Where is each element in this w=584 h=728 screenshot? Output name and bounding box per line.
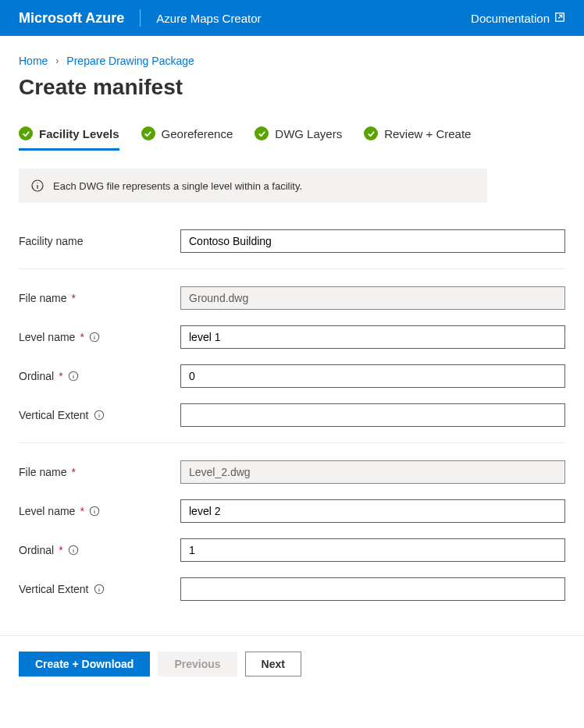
tab-georeference[interactable]: Georeference: [141, 122, 233, 151]
page-title: Create manifest: [19, 75, 565, 100]
tab-facility-levels[interactable]: Facility Levels: [19, 122, 119, 151]
external-link-icon: [554, 12, 565, 25]
file-name-input: [180, 286, 565, 310]
info-icon[interactable]: [94, 584, 105, 595]
info-icon[interactable]: [89, 506, 100, 517]
svg-point-6: [94, 335, 94, 336]
row-vertical-extent: Vertical Extent: [19, 577, 565, 601]
info-icon[interactable]: [89, 332, 100, 343]
svg-point-18: [73, 548, 73, 549]
tab-label: Facility Levels: [39, 127, 119, 140]
main-content: Home › Prepare Drawing Package Create ma…: [0, 36, 584, 635]
ordinal-input[interactable]: [180, 364, 565, 388]
ordinal-input[interactable]: [180, 538, 565, 562]
label-file-name: File name *: [19, 466, 180, 478]
documentation-label: Documentation: [471, 12, 550, 25]
info-icon[interactable]: [68, 371, 79, 382]
documentation-link[interactable]: Documentation: [471, 12, 565, 25]
row-level-name: Level name *: [19, 499, 565, 523]
required-asterisk: *: [71, 292, 75, 304]
label-ordinal: Ordinal *: [19, 544, 180, 556]
svg-point-12: [98, 413, 99, 414]
info-banner: Each DWG file represents a single level …: [19, 169, 487, 203]
label-vertical-extent: Vertical Extent: [19, 409, 180, 421]
required-asterisk: *: [59, 370, 62, 382]
brand-separator: [140, 9, 141, 27]
label-facility-name: Facility name: [19, 235, 180, 247]
breadcrumb: Home › Prepare Drawing Package: [19, 55, 565, 67]
tab-dwg-layers[interactable]: DWG Layers: [255, 122, 342, 151]
svg-point-9: [73, 374, 73, 375]
file-name-input: [180, 460, 565, 484]
label-level-name: Level name *: [19, 331, 180, 343]
info-icon[interactable]: [94, 410, 105, 421]
create-download-button[interactable]: Create + Download: [19, 652, 150, 677]
label-level-name: Level name *: [19, 505, 180, 517]
tab-review-create[interactable]: Review + Create: [364, 122, 471, 151]
row-level-name: Level name *: [19, 325, 565, 349]
info-icon[interactable]: [68, 545, 79, 556]
next-button[interactable]: Next: [245, 652, 301, 677]
separator: [19, 442, 565, 443]
label-file-name: File name *: [19, 292, 180, 304]
vertical-extent-input[interactable]: [180, 577, 565, 601]
separator: [19, 268, 565, 269]
svg-point-21: [98, 587, 99, 588]
info-text: Each DWG file represents a single level …: [53, 180, 302, 192]
brand-label: Microsoft Azure: [19, 10, 124, 27]
check-circle-icon: [141, 126, 155, 140]
check-circle-icon: [255, 126, 269, 140]
level-name-input[interactable]: [180, 325, 565, 349]
row-ordinal: Ordinal *: [19, 538, 565, 562]
tab-label: DWG Layers: [275, 127, 342, 140]
breadcrumb-step[interactable]: Prepare Drawing Package: [66, 55, 194, 67]
svg-point-15: [94, 509, 94, 510]
row-file-name: File name *: [19, 460, 565, 484]
label-vertical-extent: Vertical Extent: [19, 583, 180, 595]
tab-label: Georeference: [162, 127, 233, 140]
required-asterisk: *: [71, 466, 75, 478]
top-header: Microsoft Azure Azure Maps Creator Docum…: [0, 0, 584, 36]
row-file-name: File name *: [19, 286, 565, 310]
previous-button: Previous: [158, 652, 237, 677]
tab-bar: Facility Levels Georeference DWG Layers …: [19, 122, 565, 151]
info-icon: [31, 179, 44, 192]
product-label: Azure Maps Creator: [156, 12, 261, 25]
svg-point-3: [37, 183, 37, 183]
row-ordinal: Ordinal *: [19, 364, 565, 388]
row-vertical-extent: Vertical Extent: [19, 403, 565, 427]
check-circle-icon: [364, 126, 378, 140]
facility-name-input[interactable]: [180, 229, 565, 253]
level-name-input[interactable]: [180, 499, 565, 523]
row-facility-name: Facility name: [19, 229, 565, 253]
check-circle-icon: [19, 126, 33, 140]
required-asterisk: *: [59, 544, 62, 556]
label-ordinal: Ordinal *: [19, 370, 180, 382]
required-asterisk: *: [80, 331, 84, 343]
chevron-right-icon: ›: [55, 55, 59, 66]
tab-label: Review + Create: [384, 127, 471, 140]
vertical-extent-input[interactable]: [180, 403, 565, 427]
required-asterisk: *: [80, 505, 84, 517]
footer-actions: Create + Download Previous Next: [0, 635, 584, 692]
breadcrumb-home[interactable]: Home: [19, 55, 48, 67]
